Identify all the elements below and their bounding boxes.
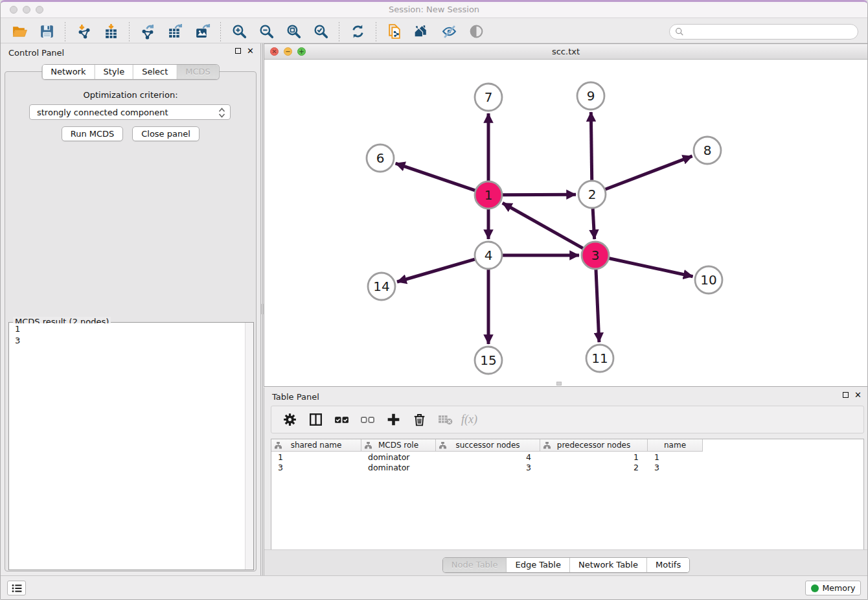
export-image-icon[interactable] (192, 22, 212, 41)
node-table[interactable]: shared nameMCDS rolesuccessor nodesprede… (271, 439, 864, 550)
tab-motifs[interactable]: Motifs (646, 558, 689, 572)
node-label: 1 (485, 187, 493, 203)
add-column-icon[interactable] (383, 410, 403, 430)
show-eye-icon[interactable] (466, 22, 486, 41)
graph-node-7[interactable]: 7 (475, 84, 502, 111)
task-list-button[interactable] (7, 581, 26, 595)
window-title: Session: New Session (1, 5, 867, 14)
search-input[interactable] (684, 27, 852, 36)
table-cell: 4 (436, 452, 540, 463)
graph-edge-2-8[interactable] (605, 156, 692, 190)
import-network-icon[interactable] (74, 22, 93, 41)
table-row[interactable]: 1dominator411 (271, 452, 863, 463)
delete-table-icon (435, 410, 455, 430)
export-table-icon[interactable] (165, 22, 185, 41)
graph-node-11[interactable]: 11 (586, 345, 613, 372)
toolbar-separator (220, 22, 221, 41)
criterion-dropdown[interactable]: strongly connected component (29, 104, 231, 120)
save-session-icon[interactable] (37, 22, 56, 41)
graph-edge-3-11[interactable] (596, 269, 599, 342)
close-panel-icon[interactable]: ✕ (854, 392, 862, 398)
result-scrollbar[interactable] (245, 323, 253, 570)
network-graph[interactable]: 7968124314101511 (264, 60, 867, 386)
tab-style[interactable]: Style (94, 65, 133, 79)
run-mcds-button[interactable]: Run MCDS (62, 126, 123, 141)
table-row[interactable]: 3dominator323 (271, 463, 863, 473)
graph-edge-3-10[interactable] (609, 258, 693, 276)
refresh-icon[interactable] (348, 22, 367, 41)
float-panel-icon[interactable] (843, 392, 849, 398)
delete-column-icon[interactable] (409, 410, 429, 430)
tab-network-table[interactable]: Network Table (569, 558, 646, 572)
toolbar-separator (65, 22, 65, 41)
zoom-out-icon[interactable] (257, 22, 276, 41)
graph-node-4[interactable]: 4 (475, 242, 502, 269)
column-type-icon (439, 442, 446, 449)
vertical-splitter[interactable] (260, 43, 263, 577)
open-session-icon[interactable] (10, 22, 29, 41)
double-house-icon[interactable] (412, 22, 431, 41)
graph-edge-4-14[interactable] (397, 259, 475, 282)
graph-node-9[interactable]: 9 (577, 82, 604, 110)
column-header-shared-name[interactable]: shared name (271, 439, 361, 451)
hide-eye-icon[interactable] (439, 22, 459, 41)
edges-layer (396, 112, 693, 344)
column-header-mcds-role[interactable]: MCDS role (361, 439, 436, 451)
close-panel-button[interactable]: Close panel (132, 126, 200, 141)
graph-edge-2-9[interactable] (591, 112, 591, 181)
network-frame-titlebar: ✕ − + scc.txt (264, 44, 867, 60)
control-panel-title: Control Panel (8, 48, 64, 58)
new-network-from-file-icon[interactable] (385, 22, 404, 41)
column-header-predecessor-nodes[interactable]: predecessor nodes (540, 439, 648, 451)
graph-node-10[interactable]: 10 (695, 266, 722, 294)
tab-select[interactable]: Select (133, 65, 176, 79)
graph-edge-1-6[interactable] (396, 163, 475, 190)
tab-mcds[interactable]: MCDS (176, 65, 219, 79)
graph-node-1[interactable]: 1 (475, 181, 502, 209)
close-panel-icon[interactable]: ✕ (247, 48, 254, 54)
node-label: 6 (376, 150, 385, 166)
deselect-all-checks-icon[interactable] (358, 410, 377, 430)
tab-network[interactable]: Network (42, 65, 94, 79)
column-header-successor-nodes[interactable]: successor nodes (436, 439, 540, 451)
graph-node-8[interactable]: 8 (694, 137, 721, 164)
zoom-fit-icon[interactable] (284, 22, 303, 41)
horizontal-splitter-handle[interactable] (556, 382, 562, 386)
mcds-result-text[interactable]: 13 (10, 323, 253, 569)
graph-node-15[interactable]: 15 (475, 347, 502, 374)
dropdown-arrows-icon (218, 108, 225, 118)
node-label: 10 (700, 272, 716, 288)
graph-node-2[interactable]: 2 (578, 181, 606, 208)
toolbar-separator (129, 22, 130, 41)
zoom-in-icon[interactable] (229, 22, 249, 41)
tab-node-table[interactable]: Node Table (443, 558, 507, 572)
table-cell: 2 (540, 463, 648, 473)
show-column-panel-icon[interactable] (306, 410, 325, 430)
export-network-icon[interactable] (138, 22, 157, 41)
app-window: Session: New Session Control Panel (0, 0, 868, 600)
table-cell: 3 (271, 463, 361, 473)
graph-edge-1-2[interactable] (502, 194, 576, 195)
tab-edge-table[interactable]: Edge Table (506, 558, 569, 572)
select-all-checks-icon[interactable] (332, 410, 351, 430)
graph-node-14[interactable]: 14 (368, 273, 395, 300)
column-header-name[interactable]: name (648, 439, 703, 451)
graph-edge-2-3[interactable] (593, 208, 595, 239)
network-title: scc.txt (264, 47, 867, 56)
node-label: 4 (485, 248, 493, 263)
graph-edge-3-1[interactable] (503, 203, 584, 248)
zoom-selected-icon[interactable] (311, 22, 330, 41)
table-cell: 3 (648, 463, 703, 473)
float-panel-icon[interactable] (235, 48, 241, 54)
table-cell: 1 (648, 452, 703, 463)
memory-button[interactable]: Memory (805, 581, 861, 595)
settings-gear-icon[interactable] (280, 410, 299, 430)
graph-node-3[interactable]: 3 (582, 242, 609, 269)
import-table-icon[interactable] (101, 22, 120, 41)
node-label: 2 (588, 187, 597, 202)
table-cell: dominator (361, 452, 436, 463)
search-field[interactable] (669, 24, 858, 40)
status-bar: Memory (1, 575, 867, 599)
main-toolbar (1, 20, 867, 43)
graph-node-6[interactable]: 6 (367, 144, 394, 172)
